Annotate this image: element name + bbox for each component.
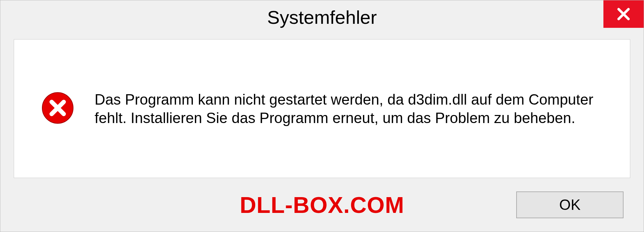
close-button[interactable]: [603, 0, 644, 28]
close-icon: [616, 7, 631, 21]
dialog-title: Systemfehler: [267, 6, 377, 28]
error-message: Das Programm kann nicht gestartet werden…: [95, 90, 603, 127]
content-area: Das Programm kann nicht gestartet werden…: [14, 39, 630, 178]
error-icon: [41, 91, 74, 125]
watermark-text: DLL-BOX.COM: [240, 192, 405, 218]
titlebar: Systemfehler: [0, 0, 644, 34]
footer: DLL-BOX.COM OK: [0, 178, 644, 232]
ok-button[interactable]: OK: [516, 191, 624, 218]
system-error-dialog: Systemfehler Das Programm kann nicht ges…: [0, 0, 644, 232]
error-icon-wrap: [41, 91, 74, 126]
